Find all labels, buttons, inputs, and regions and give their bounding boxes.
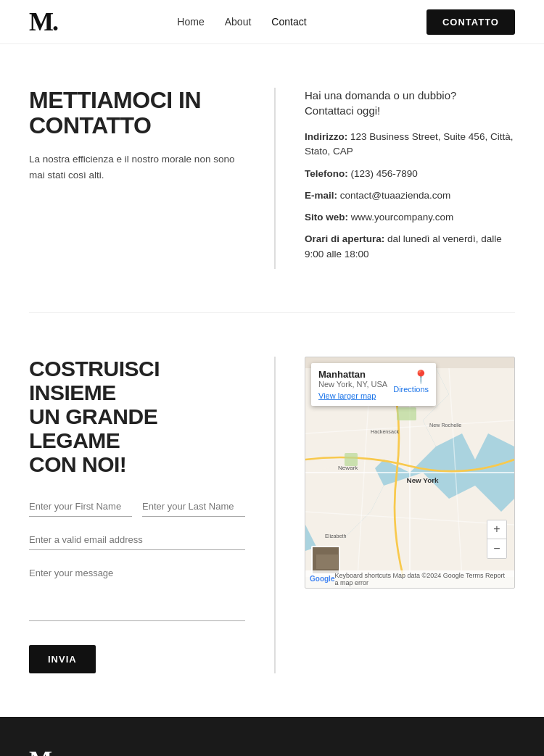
map-directions-link[interactable]: Directions <box>393 385 429 394</box>
map-pin-icon: 📍 <box>393 369 429 385</box>
map-larger-link[interactable]: View larger map <box>318 391 387 400</box>
map-section: New York Newark New Rochelle Elizabeth H… <box>276 357 515 673</box>
contact-heading: Hai una domanda o un dubbio? Contattaci … <box>305 88 515 118</box>
section1-title: METTIAMOCI IN CONTATTO <box>29 88 245 138</box>
hours-row: Orari di apertura: dal lunedì al venerdì… <box>305 232 515 262</box>
zoom-out-button[interactable]: − <box>487 539 506 558</box>
submit-button[interactable]: INVIA <box>29 645 96 673</box>
map-container[interactable]: New York Newark New Rochelle Elizabeth H… <box>305 357 515 589</box>
email-input[interactable] <box>29 530 245 550</box>
phone-row: Telefono: (123) 456-7890 <box>305 167 515 181</box>
svg-text:New Rochelle: New Rochelle <box>429 422 461 428</box>
svg-text:Hackensack: Hackensack <box>371 428 400 435</box>
email-row: E-mail: contact@tuaazienda.com <box>305 188 515 203</box>
logo: M. <box>29 9 57 35</box>
web-row: Sito web: www.yourcompany.com <box>305 210 515 225</box>
nav-contact[interactable]: Contact <box>271 16 306 28</box>
svg-text:Newark: Newark <box>338 464 358 470</box>
map-bottom-bar: Google Keyboard shortcuts Map data ©2024… <box>305 570 514 588</box>
nav-home[interactable]: Home <box>177 16 204 28</box>
map-zoom-controls: + − <box>487 520 507 559</box>
main-nav: Home About Contact <box>177 16 306 28</box>
form-map-section: COSTRUISCI INSIEME UN GRANDE LEGAME CON … <box>0 313 544 717</box>
contact-info-right: Hai una domanda o un dubbio? Contattaci … <box>276 88 515 269</box>
firstname-input[interactable] <box>29 497 132 517</box>
section1-subtitle: La nostra efficienza e il nostro morale … <box>29 151 245 183</box>
svg-rect-19 <box>316 554 338 569</box>
map-attribution: Keyboard shortcuts Map data ©2024 Google… <box>334 572 510 586</box>
contact-info-section: METTIAMOCI IN CONTATTO La nostra efficie… <box>0 44 544 312</box>
address-row: Indirizzo: 123 Business Street, Suite 45… <box>305 130 515 159</box>
message-input[interactable] <box>29 563 245 621</box>
header-cta-button[interactable]: CONTATTO <box>426 9 515 35</box>
footer: M. INDIRIZZO 123 Business Street, Suite … <box>0 717 544 756</box>
google-logo: Google <box>310 575 334 583</box>
nav-about[interactable]: About <box>225 16 252 28</box>
lastname-input[interactable] <box>142 497 245 517</box>
map-popup-sublocation: New York, NY, USA <box>318 380 387 389</box>
section2-title: COSTRUISCI INSIEME UN GRANDE LEGAME CON … <box>29 357 245 476</box>
map-popup-title: Manhattan <box>318 369 387 380</box>
contact-form: INVIA <box>29 497 245 673</box>
form-section: COSTRUISCI INSIEME UN GRANDE LEGAME CON … <box>29 357 276 673</box>
zoom-in-button[interactable]: + <box>487 520 506 539</box>
svg-text:New York: New York <box>407 475 440 483</box>
map-popup: Manhattan New York, NY, USA View larger … <box>311 363 436 406</box>
svg-text:Elizabeth: Elizabeth <box>325 533 347 539</box>
svg-rect-11 <box>397 407 416 420</box>
contact-info-left: METTIAMOCI IN CONTATTO La nostra efficie… <box>29 88 276 269</box>
footer-logo: M. <box>29 746 515 756</box>
